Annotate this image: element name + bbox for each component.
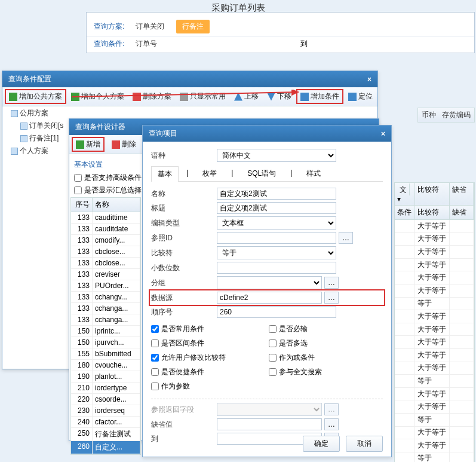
table-row[interactable]: 230iorderseq bbox=[71, 405, 140, 417]
table-row[interactable]: 240cfactor... bbox=[71, 417, 140, 428]
table-row[interactable]: 155bSubmitted bbox=[71, 348, 140, 360]
table-row[interactable]: 等于 bbox=[395, 298, 474, 311]
table-row[interactable]: 大于等于 bbox=[395, 246, 474, 259]
table-row[interactable]: 150ipurvch... bbox=[71, 337, 140, 348]
chk-range[interactable]: 是否区间条件 bbox=[151, 337, 265, 350]
ord-input[interactable] bbox=[217, 306, 336, 318]
table-row[interactable]: 260自定义... bbox=[71, 441, 140, 454]
move-down-button[interactable]: 下移 bbox=[263, 90, 295, 103]
config-title-bar[interactable]: 查询条件配置 × bbox=[2, 71, 377, 87]
chk-fulltext[interactable]: 参与全文搜索 bbox=[269, 366, 383, 378]
ok-button[interactable]: 确定 bbox=[303, 436, 340, 452]
lang-label: 语种 bbox=[151, 151, 214, 161]
tree-item[interactable]: 行备注[1] bbox=[16, 132, 69, 145]
table-row[interactable]: 210iordertype bbox=[71, 383, 140, 394]
table-row[interactable]: 大于等于 bbox=[395, 427, 474, 440]
move-up-button[interactable]: 上移 bbox=[231, 90, 262, 103]
table-row[interactable]: 等于 bbox=[395, 452, 474, 462]
table-row[interactable]: 大于等于 bbox=[395, 349, 474, 362]
compare-table: 文 ▾ 比较符 缺省 条件 比较符 缺省 大于等于大于等于大于等于大于等于大于等… bbox=[394, 182, 475, 462]
table-row[interactable]: 大于等于 bbox=[395, 439, 474, 452]
col-stockcode: 存货编码 bbox=[442, 110, 471, 120]
ds-browse-button[interactable]: … bbox=[324, 292, 339, 304]
dec-input[interactable] bbox=[217, 262, 336, 274]
table-row[interactable]: 133cbclose... bbox=[71, 258, 140, 269]
chk-required[interactable]: 是否必输 bbox=[269, 323, 383, 335]
table-row[interactable]: 大于等于 bbox=[395, 323, 474, 336]
chk-multi[interactable]: 是否多选 bbox=[269, 337, 383, 350]
close-icon[interactable]: × bbox=[381, 130, 385, 138]
plus-icon bbox=[300, 93, 309, 101]
chk-common[interactable]: 是否常用条件 bbox=[151, 323, 265, 335]
table-row[interactable]: 大于等于 bbox=[395, 362, 474, 375]
table-row[interactable]: 大于等于 bbox=[395, 271, 474, 284]
new-button[interactable]: 新增 bbox=[72, 137, 105, 152]
table-row[interactable]: 250行备注测试 bbox=[71, 428, 140, 441]
refid-input[interactable] bbox=[217, 232, 336, 244]
def-input[interactable] bbox=[217, 418, 322, 430]
table-row[interactable]: 180cvouche... bbox=[71, 360, 140, 371]
item-title-bar[interactable]: 查询项目 × bbox=[143, 126, 391, 142]
close-icon[interactable]: × bbox=[367, 75, 371, 84]
table-row[interactable]: 133cbclose... bbox=[71, 246, 140, 258]
edit-type-select[interactable]: 文本框 bbox=[217, 216, 336, 230]
table-row[interactable]: 大于等于 bbox=[395, 388, 474, 401]
add-condition-button[interactable]: 增加条件 bbox=[296, 89, 343, 104]
table-row[interactable]: 220csoorde... bbox=[71, 394, 140, 405]
table-row[interactable]: 150iprintc... bbox=[71, 326, 140, 337]
delete-button[interactable]: 删除 bbox=[108, 137, 140, 152]
name-label: 名称 bbox=[151, 189, 214, 199]
table-row[interactable]: 133PUOrder... bbox=[71, 280, 140, 292]
tree-item[interactable]: 订单关闭[s bbox=[16, 120, 69, 132]
ret-label: 参照返回字段 bbox=[151, 405, 214, 415]
grp-browse-button[interactable]: … bbox=[324, 277, 339, 289]
refid-browse-button[interactable]: … bbox=[339, 232, 353, 244]
lang-select[interactable]: 简体中文 bbox=[217, 149, 336, 162]
cond-value: 订单号 bbox=[136, 39, 157, 49]
plus-icon bbox=[76, 140, 84, 149]
table-row[interactable]: 大于等于 bbox=[395, 284, 474, 298]
table-row[interactable]: 大于等于 bbox=[395, 400, 474, 414]
tab-enum[interactable]: 枚举 bbox=[196, 166, 223, 181]
table-row[interactable]: 133cchanga... bbox=[71, 314, 140, 326]
delete-scheme-button[interactable]: 删除方案 bbox=[129, 90, 175, 103]
cond-label: 查询条件: bbox=[94, 39, 136, 49]
table-row[interactable]: 133creviser bbox=[71, 269, 140, 280]
chk-param[interactable]: 作为参数 bbox=[151, 380, 265, 393]
cmp-select[interactable]: 等于 bbox=[217, 246, 336, 259]
chk-allow-user-cmp[interactable]: 允许用户修改比较符 bbox=[151, 351, 265, 364]
def-browse-button[interactable]: … bbox=[324, 418, 339, 430]
title-input[interactable] bbox=[217, 202, 336, 214]
table-row[interactable]: 133cauditdate bbox=[71, 224, 140, 235]
table-row[interactable]: 133cchangv... bbox=[71, 292, 140, 303]
table-row[interactable]: 大于等于 bbox=[395, 259, 474, 272]
table-row[interactable]: 大于等于 bbox=[395, 310, 474, 323]
grp-select[interactable] bbox=[217, 276, 322, 289]
chk-or[interactable]: 作为或条件 bbox=[269, 351, 383, 364]
tree-private-root[interactable]: 个人方案 bbox=[6, 145, 69, 157]
locate-button[interactable]: 定位 bbox=[345, 90, 376, 103]
chk-quick[interactable]: 是否便捷条件 bbox=[151, 366, 265, 378]
row-remark-button[interactable]: 行备注 bbox=[176, 20, 210, 33]
add-public-scheme-button[interactable]: 增加公共方案 bbox=[5, 89, 66, 104]
table-row[interactable]: 133cmodify... bbox=[71, 235, 140, 246]
ds-input[interactable] bbox=[217, 292, 322, 304]
add-private-scheme-button[interactable]: 增加个人方案 bbox=[67, 90, 128, 103]
scheme-tree: 公用方案 订单关闭[s 行备注[1] 个人方案 bbox=[2, 103, 73, 161]
tab-sql[interactable]: SQL语句 bbox=[241, 166, 282, 181]
table-row[interactable]: 等于 bbox=[395, 375, 474, 388]
tab-style[interactable]: 样式 bbox=[300, 166, 327, 181]
table-row[interactable]: 大于等于 bbox=[395, 336, 474, 349]
name-input[interactable] bbox=[217, 188, 336, 200]
table-row[interactable]: 190planlot... bbox=[71, 371, 140, 383]
table-row[interactable]: 133caudittime bbox=[71, 212, 140, 224]
table-row[interactable]: 等于 bbox=[395, 414, 474, 427]
table-row[interactable]: 133cchanga... bbox=[71, 303, 140, 314]
tree-public-root[interactable]: 公用方案 bbox=[6, 107, 69, 120]
table-row[interactable]: 大于等于 bbox=[395, 220, 474, 233]
cancel-button[interactable]: 取消 bbox=[346, 436, 383, 452]
tab-basic[interactable]: 基本 bbox=[151, 166, 179, 182]
show-common-button[interactable]: 只显示常用 bbox=[176, 90, 229, 103]
ord-label: 顺序号 bbox=[151, 307, 214, 317]
table-row[interactable]: 大于等于 bbox=[395, 233, 474, 246]
